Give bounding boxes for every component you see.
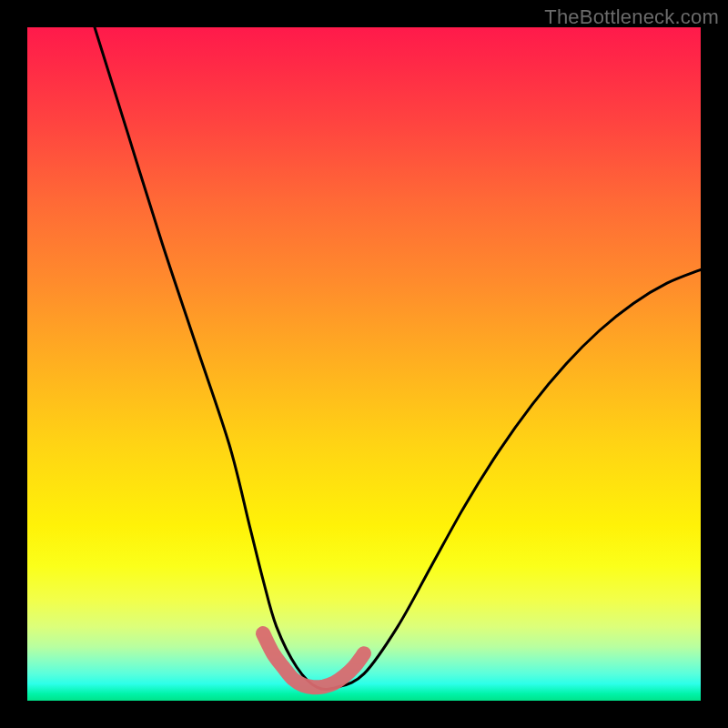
curve-layer: [27, 27, 701, 701]
watermark-text: TheBottleneck.com: [544, 5, 719, 29]
bottleneck-curve: [95, 27, 701, 690]
trough-highlight: [263, 633, 364, 687]
chart-frame: TheBottleneck.com: [0, 0, 728, 728]
plot-area: [27, 27, 701, 701]
